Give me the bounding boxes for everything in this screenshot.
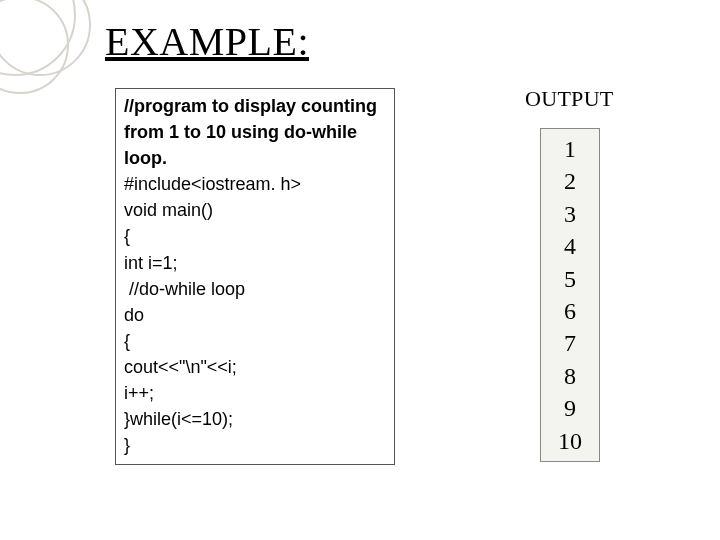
code-line: void main()	[124, 197, 386, 223]
code-line: }	[124, 432, 386, 458]
code-line: i++;	[124, 380, 386, 406]
code-line: }while(i<=10);	[124, 406, 386, 432]
code-line: int i=1;	[124, 250, 386, 276]
code-comment-title-l2: from 1 to 10 using do-while loop.	[124, 119, 386, 171]
output-value: 1	[541, 133, 599, 165]
output-value: 4	[541, 230, 599, 262]
svg-point-0	[0, 0, 75, 75]
output-value: 7	[541, 327, 599, 359]
output-value: 5	[541, 263, 599, 295]
corner-decoration	[0, 0, 120, 120]
code-line: {	[124, 328, 386, 354]
output-label: OUTPUT	[525, 86, 614, 112]
output-value: 10	[541, 425, 599, 457]
output-value: 2	[541, 165, 599, 197]
code-line: //do-while loop	[124, 276, 386, 302]
code-line: do	[124, 302, 386, 328]
code-comment-title-l1: //program to display counting	[124, 93, 386, 119]
svg-point-2	[0, 0, 68, 93]
code-line: #include<iostream. h>	[124, 171, 386, 197]
page-title: EXAMPLE:	[105, 18, 309, 65]
output-value: 3	[541, 198, 599, 230]
code-line: {	[124, 223, 386, 249]
output-box: 1 2 3 4 5 6 7 8 9 10	[540, 128, 600, 462]
output-value: 8	[541, 360, 599, 392]
output-value: 6	[541, 295, 599, 327]
output-value: 9	[541, 392, 599, 424]
svg-point-1	[0, 0, 90, 75]
code-line: cout<<"\n"<<i;	[124, 354, 386, 380]
code-box: //program to display counting from 1 to …	[115, 88, 395, 465]
